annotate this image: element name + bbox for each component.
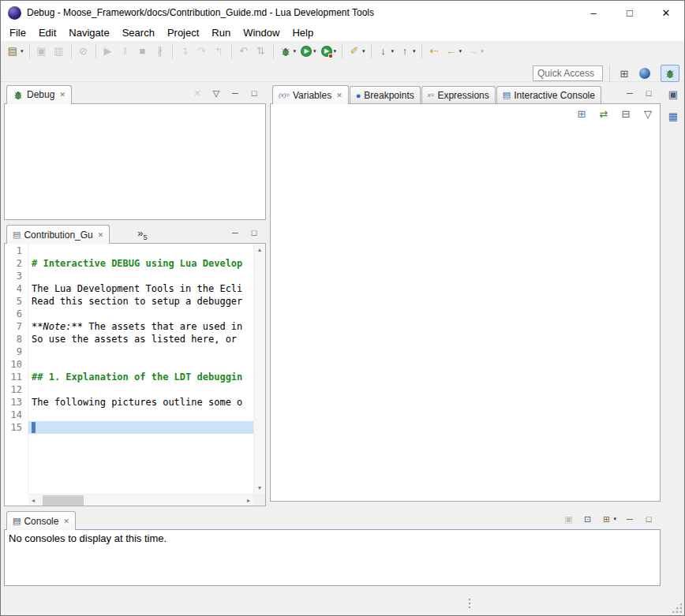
line-number[interactable]: 12 <box>5 383 28 396</box>
vertical-scrollbar[interactable]: ▴ ▾ <box>253 244 265 494</box>
editor-line[interactable]: **Note:** The assets that are used in <box>28 320 253 333</box>
quick-access-input[interactable]: Quick Access <box>533 65 603 81</box>
external-tools-button[interactable]: ▶▾ <box>319 43 339 60</box>
line-number[interactable]: 15 <box>5 421 28 434</box>
menu-navigate[interactable]: Navigate <box>62 25 115 40</box>
debug-maximize-button[interactable]: □ <box>247 86 261 100</box>
line-number[interactable]: 10 <box>5 358 28 371</box>
tab-interactive-console[interactable]: ▤Interactive Console <box>496 86 601 103</box>
scroll-up-arrow[interactable]: ▴ <box>258 244 261 256</box>
line-number[interactable]: 8 <box>5 333 28 345</box>
open-console-button-dropdown[interactable]: ▾ <box>613 516 616 522</box>
debug-view-body[interactable] <box>4 103 266 220</box>
show-logical-structure-button[interactable]: ⇄ <box>595 106 612 123</box>
editor-line[interactable]: # Interactive DEBUG using Lua Develop <box>28 257 253 270</box>
window-close-button[interactable]: ✕ <box>648 1 684 24</box>
close-tab-icon[interactable]: ✕ <box>59 91 66 99</box>
debug-view-menu-button[interactable]: ▽ <box>209 86 223 100</box>
variables-maximize-button[interactable]: □ <box>642 86 656 100</box>
line-number[interactable]: 13 <box>5 396 28 409</box>
menu-edit[interactable]: Edit <box>32 25 62 40</box>
editor-minimize-button[interactable]: ─ <box>228 226 242 240</box>
menu-project[interactable]: Project <box>161 25 205 40</box>
menu-run[interactable]: Run <box>205 25 237 40</box>
search-button[interactable]: ✐▾ <box>346 43 368 60</box>
variables-minimize-button[interactable]: ─ <box>623 86 637 100</box>
horizontal-scroll-thumb[interactable] <box>43 495 84 506</box>
variables-body[interactable]: ⊞⇄⊟▽ <box>270 103 661 502</box>
line-number[interactable]: 7 <box>5 320 28 333</box>
previous-annotation-button[interactable]: ↑▾ <box>396 43 418 60</box>
editor-line[interactable]: So use the assets as listed here, or <box>28 333 253 345</box>
run-button[interactable]: ▶▾ <box>298 43 319 60</box>
line-number[interactable]: 1 <box>5 245 28 257</box>
scroll-left-arrow[interactable]: ◂ <box>28 497 38 504</box>
debug-button[interactable]: ▾ <box>277 43 299 60</box>
editor-lines[interactable]: 12# Interactive DEBUG using Lua Develop3… <box>5 245 253 494</box>
tab-console[interactable]: ▤Console✕ <box>6 511 76 530</box>
editor-maximize-button[interactable]: □ <box>247 226 261 240</box>
previous-annotation-button-dropdown[interactable]: ▾ <box>413 48 416 54</box>
editor-line[interactable] <box>28 245 253 257</box>
line-number[interactable]: 3 <box>5 270 28 282</box>
editor-line[interactable] <box>28 308 253 320</box>
debug-minimize-button[interactable]: ─ <box>228 86 242 100</box>
scroll-right-arrow[interactable]: ▸ <box>244 497 253 504</box>
line-number[interactable]: 6 <box>5 308 28 320</box>
line-number[interactable]: 14 <box>5 409 28 421</box>
external-tools-button-dropdown[interactable]: ▾ <box>334 48 337 54</box>
display-selected-console-button[interactable]: ⊡ <box>580 512 594 526</box>
editor-line[interactable] <box>28 383 253 396</box>
status-drag-grip[interactable] <box>468 598 471 610</box>
variables-view-menu-button[interactable]: ▽ <box>639 106 657 123</box>
line-number[interactable]: 4 <box>5 282 28 295</box>
back-button-dropdown[interactable]: ▾ <box>459 48 462 54</box>
tab-breakpoints[interactable]: ●Breakpoints <box>350 86 421 103</box>
close-tab-icon[interactable]: ✕ <box>336 91 342 99</box>
editor-text-area[interactable]: 12# Interactive DEBUG using Lua Develop3… <box>5 244 265 506</box>
tab-contribution-guide[interactable]: ▤Contribution_Gu✕ <box>6 225 110 244</box>
window-maximize-button[interactable]: □ <box>612 1 648 24</box>
perspective-debug-button[interactable] <box>661 65 679 82</box>
horizontal-scrollbar[interactable]: ◂ ▸ <box>28 494 253 506</box>
editor-line[interactable] <box>28 345 253 358</box>
open-perspective-button[interactable]: ⊞ <box>615 65 634 82</box>
window-minimize-button[interactable]: – <box>575 1 612 24</box>
new-wizard-button-dropdown[interactable]: ▾ <box>21 48 24 54</box>
close-tab-icon[interactable]: ✕ <box>63 517 69 525</box>
run-button-dropdown[interactable]: ▾ <box>313 48 316 54</box>
editor-line[interactable] <box>28 270 253 282</box>
editor-line[interactable]: The following pictures outline some o <box>28 396 253 409</box>
minimized-view-grid-button[interactable]: ▦ <box>665 109 681 125</box>
editor-line[interactable]: The Lua Development Tools in the Ecli <box>28 282 253 295</box>
new-wizard-button[interactable]: ▤▾ <box>4 43 26 60</box>
next-annotation-button-dropdown[interactable]: ▾ <box>391 48 395 54</box>
menu-search[interactable]: Search <box>116 25 161 40</box>
console-maximize-button[interactable]: □ <box>642 512 656 526</box>
tab-expressions[interactable]: x=Expressions <box>421 86 496 103</box>
back-button[interactable]: ←▾ <box>443 43 465 60</box>
menu-help[interactable]: Help <box>286 25 320 40</box>
resize-grip[interactable] <box>672 603 682 613</box>
perspective-ldt-button[interactable] <box>635 65 654 82</box>
tab-variables[interactable]: (x)=Variables✕ <box>272 85 349 104</box>
collapse-all-button[interactable]: ⊟ <box>617 106 634 123</box>
console-minimize-button[interactable]: ─ <box>623 512 637 526</box>
minimized-view-stack-button[interactable]: ▣ <box>665 87 681 103</box>
line-number[interactable]: 2 <box>5 257 28 270</box>
editor-line[interactable]: ## 1. Explanation of the LDT debuggin <box>28 371 253 383</box>
tab-debug[interactable]: Debug✕ <box>6 85 72 104</box>
line-number[interactable]: 11 <box>5 371 28 383</box>
editor-line[interactable] <box>28 409 253 421</box>
show-type-names-button[interactable]: ⊞ <box>573 106 590 123</box>
last-edit-location-button[interactable]: ⇠ <box>425 43 443 60</box>
editor-line[interactable]: Read this section to setup a debugger <box>28 295 253 308</box>
hidden-editors-chevron[interactable]: »5 <box>133 227 152 243</box>
console-body[interactable]: No consoles to display at this time. <box>4 529 661 586</box>
scroll-down-arrow[interactable]: ▾ <box>258 482 261 494</box>
next-annotation-button[interactable]: ↓▾ <box>375 43 397 60</box>
open-console-button[interactable]: ⊞▾ <box>599 512 618 526</box>
search-button-dropdown[interactable]: ▾ <box>362 48 365 54</box>
editor-line[interactable] <box>28 421 253 434</box>
menu-file[interactable]: File <box>3 25 32 40</box>
